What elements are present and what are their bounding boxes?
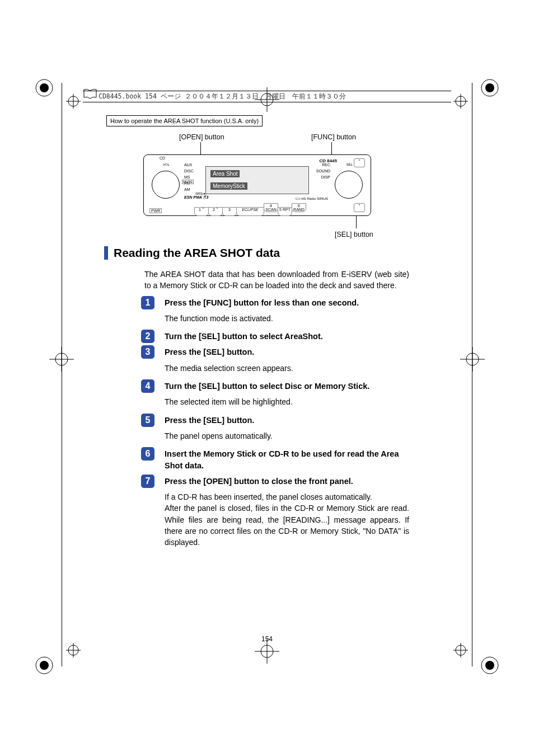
- step-number: 4: [141, 379, 154, 393]
- registration-mark-icon: [480, 656, 499, 675]
- step: 2Turn the [SEL] button to select AreaSho…: [144, 330, 409, 342]
- down-button-icon: ˅: [354, 203, 365, 212]
- crosshair-icon: [453, 643, 468, 658]
- step-body: If a CD-R has been inserted, the panel c…: [165, 491, 409, 548]
- step: 7Press the [OPEN] button to close the fr…: [144, 475, 409, 548]
- registration-mark-icon: [480, 78, 499, 97]
- step-number: 6: [141, 447, 154, 461]
- book-header: CD8445.book 154 ページ ２００４年１２月１３日 月曜日 午前１１…: [83, 91, 451, 102]
- section-header: How to operate the AREA SHOT function (U…: [106, 115, 263, 126]
- step-body: The panel opens automatically.: [165, 430, 409, 442]
- crosshair-icon: [453, 94, 468, 109]
- step-number: 1: [141, 296, 154, 309]
- crosshair-icon: [66, 643, 81, 658]
- step-title: Turn the [SEL] button to select AreaShot…: [165, 331, 409, 342]
- screen-line2: MemoryStick: [210, 182, 247, 190]
- right-labels: REC SOUND DISP: [316, 162, 330, 180]
- device-diagram: [OPEN] button [FUNC] button CD VOL AUX D…: [104, 132, 409, 238]
- cd-label: CD: [160, 156, 165, 160]
- screen-line1: Area Shot: [210, 170, 240, 177]
- svg-point-1: [40, 83, 49, 92]
- device-illustration: CD VOL AUX DISC MS FM AM MUTE SRS(●) ESN…: [143, 154, 371, 216]
- step: 6Insert the Memory Stick or CD-R to be u…: [144, 447, 409, 471]
- step-body: The selected item will be highlighted.: [165, 396, 409, 407]
- step: 3Press the [SEL] button.The media select…: [144, 345, 409, 374]
- intro-text: The AREA SHOT data that has been downloa…: [144, 269, 409, 292]
- callout-func: [FUNC] button: [311, 133, 356, 141]
- crosshair-icon: [460, 347, 485, 372]
- step: 4Turn the [SEL] button to select Disc or…: [144, 379, 409, 408]
- step-number: 5: [141, 414, 154, 427]
- registration-mark-icon: [35, 78, 54, 97]
- svg-point-7: [485, 661, 494, 670]
- sel-label: SEL: [346, 163, 353, 166]
- page-heading: Reading the AREA SHOT data: [104, 246, 409, 260]
- step-title: Press the [SEL] button.: [165, 346, 409, 358]
- page-number: 154: [0, 635, 534, 643]
- step: 1Press the [FUNC] button for less than o…: [144, 296, 409, 325]
- volume-dial-icon: [152, 171, 180, 199]
- vol-label: VOL: [163, 163, 170, 166]
- step-number: 7: [141, 475, 154, 488]
- svg-point-3: [485, 83, 494, 92]
- up-button-icon: ˄: [354, 158, 365, 167]
- step-title: Press the [FUNC] button for less than on…: [165, 297, 409, 308]
- device-screen: Area Shot MemoryStick: [205, 166, 309, 194]
- crosshair-icon: [66, 94, 81, 109]
- step-title: Press the [SEL] button.: [165, 415, 409, 426]
- step: 5Press the [SEL] button.The panel opens …: [144, 414, 409, 442]
- step-title: Insert the Memory Stick or CD-R to be us…: [165, 448, 409, 471]
- esn-label: ESN PMA ᛗ 3: [184, 195, 208, 199]
- mute-label: MUTE: [182, 180, 194, 184]
- crop-line: [62, 83, 62, 666]
- step-body: The function mode is activated.: [165, 313, 409, 324]
- left-labels: AUX DISC MS FM AM: [184, 162, 194, 192]
- crop-line: [472, 83, 472, 666]
- step-title: Turn the [SEL] button to select Disc or …: [165, 381, 409, 392]
- pwr-label: PWR: [149, 208, 162, 213]
- registration-mark-icon: [35, 656, 54, 675]
- step-number: 2: [141, 330, 154, 343]
- svg-point-5: [40, 661, 49, 670]
- step-body: The media selection screen appears.: [165, 363, 409, 374]
- step-number: 3: [141, 345, 154, 359]
- callout-open: [OPEN] button: [179, 133, 224, 141]
- step-title: Press the [OPEN] button to close the fro…: [165, 476, 409, 487]
- sel-dial-icon: [335, 171, 363, 199]
- logos: ⊂⊃ HD Radio SIRIUS: [295, 196, 328, 200]
- button-row: 1 ˅2 ˄3ECLIPSE4 SCAN5 RPT6 RAND: [194, 203, 320, 213]
- callout-sel: [SEL] button: [335, 231, 373, 238]
- crosshair-icon: [49, 347, 74, 372]
